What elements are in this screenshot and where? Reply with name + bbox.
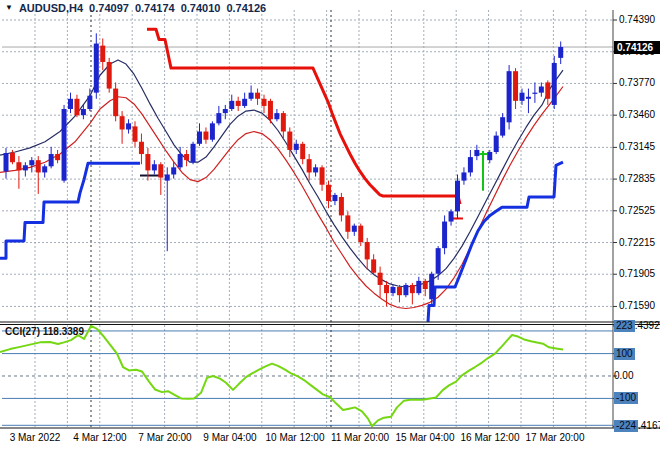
chart-title-bar: ▼ AUDUSD,H4 0.74097 0.74174 0.74010 0.74… <box>5 1 272 14</box>
price-axis-label: 0.74390 <box>619 14 660 25</box>
current-price-box: 0.74126 <box>614 41 660 54</box>
cci-level-100-label: 100 <box>614 348 635 360</box>
cci-level-minus100-label: -100 <box>614 392 638 404</box>
time-axis-label: 17 Mar 20:00 <box>526 432 585 443</box>
time-axis-label: 16 Mar 12:00 <box>461 432 520 443</box>
price-axis-label: 0.72525 <box>619 205 660 216</box>
price-axis-label: 0.71590 <box>619 300 660 311</box>
price-axis-label: 0.73145 <box>619 141 660 152</box>
cci-max-label: 223.4392 <box>614 320 660 332</box>
chart-canvas[interactable] <box>0 0 660 450</box>
time-axis-label: 3 Mar 2022 <box>10 432 61 443</box>
ohlc-open: 0.74097 <box>89 2 129 14</box>
time-axis-label: 15 Mar 04:00 <box>396 432 455 443</box>
price-axis-label: 0.73770 <box>619 77 660 88</box>
time-axis-label: 4 Mar 12:00 <box>73 432 126 443</box>
cci-zero-label: 0.00 <box>614 370 633 382</box>
chart-dropdown-icon[interactable]: ▼ <box>5 3 13 12</box>
time-axis-label: 10 Mar 12:00 <box>266 432 325 443</box>
time-axis-label: 7 Mar 20:00 <box>138 432 191 443</box>
time-axis-label: 11 Mar 20:00 <box>331 432 389 443</box>
symbol-period-label: AUDUSD,H4 <box>19 2 83 14</box>
time-axis-label: 9 Mar 04:00 <box>203 432 256 443</box>
mt4-chart-window: ▼ AUDUSD,H4 0.74097 0.74174 0.74010 0.74… <box>0 0 660 450</box>
price-axis-label: 0.73460 <box>619 109 660 120</box>
ohlc-low: 0.74010 <box>181 2 221 14</box>
price-axis-label: 0.72215 <box>619 237 660 248</box>
ohlc-close: 0.74126 <box>226 2 266 14</box>
cci-min-label: -224.4167 <box>614 420 660 432</box>
ohlc-high: 0.74174 <box>135 2 175 14</box>
price-axis-label: 0.72835 <box>619 173 660 184</box>
cci-indicator-label: CCI(27) 118.3389 <box>5 326 84 337</box>
price-axis-label: 0.71905 <box>619 268 660 279</box>
